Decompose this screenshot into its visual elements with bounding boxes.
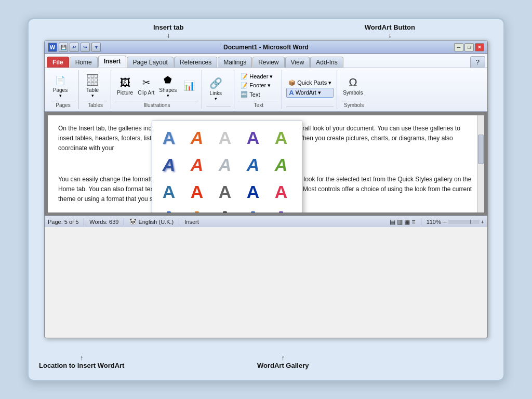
wordart-item-11[interactable]: A	[156, 179, 181, 204]
picture-icon: 🖼	[118, 75, 132, 90]
wordart-item-14[interactable]: A	[241, 179, 265, 204]
wordart-buttons: 📦 Quick Parts ▾ A WordArt ▾	[286, 71, 334, 105]
title-bar: W 💾 ↩ ↪ ▾ Document1 - Microsoft Word ─ □…	[45, 41, 487, 54]
tables-buttons: Table ▾	[83, 71, 108, 100]
symbols-button[interactable]: Ω Symbols	[341, 74, 364, 97]
pages-icon: 📄	[53, 73, 68, 87]
wordart-item-5[interactable]: A	[269, 125, 294, 150]
text-button[interactable]: 🔤 Text	[238, 90, 275, 98]
table-icon	[85, 73, 100, 87]
tables-label: Tables	[83, 101, 108, 108]
wordart-group-label	[286, 107, 334, 108]
wordart-button[interactable]: A WordArt ▾	[286, 88, 334, 98]
wordart-item-15[interactable]: A	[269, 179, 294, 204]
page-status: Page: 5 of 5	[48, 219, 78, 225]
wordart-dropdown: A A A A A	[152, 121, 302, 212]
shapes-button[interactable]: ⬟ Shapes ▾	[157, 71, 178, 100]
clip-art-icon: ✂	[139, 75, 153, 90]
symbols-buttons: Ω Symbols	[341, 71, 366, 100]
scrollbar-thumb[interactable]	[478, 135, 484, 164]
links-label	[206, 107, 231, 108]
tab-review[interactable]: Review	[252, 57, 284, 68]
wordart-item-3[interactable]: A	[212, 125, 237, 150]
wordart-item-6[interactable]: A	[156, 152, 181, 177]
ribbon-group-symbols: Ω Symbols Symbols	[338, 70, 369, 109]
text-label: Text	[238, 101, 278, 108]
tab-mailings[interactable]: Mailings	[218, 57, 252, 68]
wordart-item-12[interactable]: A	[184, 179, 209, 204]
window-controls: ─ □ ✕	[454, 43, 484, 51]
wordart-item-20[interactable]: A	[269, 206, 294, 212]
wordart-item-17[interactable]: A	[184, 206, 209, 212]
tab-help[interactable]: ?	[470, 56, 485, 68]
picture-button[interactable]: 🖼 Picture	[115, 74, 135, 97]
tab-file[interactable]: File	[47, 57, 69, 68]
pages-buttons: 📄 Pages ▾	[51, 71, 75, 100]
status-bar: Page: 5 of 5 Words: 639 🐼 English (U.K.)…	[45, 216, 487, 227]
illustrations-buttons: 🖼 Picture ✂ Clip Art ⬟ Shapes ▾	[115, 71, 198, 100]
symbols-label: Symbols	[341, 101, 366, 108]
wordart-item-13[interactable]: A	[212, 179, 237, 204]
word-window: W 💾 ↩ ↪ ▾ Document1 - Microsoft Word ─ □…	[44, 40, 488, 338]
zoom-slider[interactable]	[448, 220, 480, 224]
quick-parts-button[interactable]: 📦 Quick Parts ▾	[286, 79, 334, 87]
save-icon[interactable]: 💾	[59, 43, 68, 52]
wordart-item-16[interactable]: A	[156, 206, 181, 212]
ribbon-content: 📄 Pages ▾ Pages	[45, 68, 487, 111]
ribbon-group-text: 📝 Header ▾ 📝 Footer ▾ 🔤 Text Text	[235, 70, 282, 109]
smartart-button[interactable]: 📊	[180, 77, 198, 95]
wordart-item-9[interactable]: A	[241, 152, 265, 177]
quick-wordart-group: 📦 Quick Parts ▾ A WordArt ▾	[286, 79, 334, 98]
wordart-item-7[interactable]: A	[184, 152, 209, 177]
language-status: 🐼 English (U.K.)	[129, 218, 174, 225]
text-buttons: 📝 Header ▾ 📝 Footer ▾ 🔤 Text	[238, 71, 278, 100]
ribbon-group-illustrations: 🖼 Picture ✂ Clip Art ⬟ Shapes ▾	[112, 70, 202, 109]
wordart-item-19[interactable]: A	[241, 206, 265, 212]
close-button[interactable]: ✕	[475, 43, 484, 51]
ribbon-group-tables: Table ▾ Tables	[80, 70, 111, 109]
redo-icon[interactable]: ↪	[81, 43, 90, 52]
table-button[interactable]: Table ▾	[83, 71, 102, 100]
tab-add-ins[interactable]: Add-Ins	[310, 57, 343, 68]
word-icon: W	[48, 43, 57, 52]
location-annotation: ↑Location to insert WordArt	[39, 354, 124, 369]
wordart-grid: A A A A A	[156, 125, 298, 212]
undo-icon[interactable]: ↩	[70, 43, 79, 52]
header-button[interactable]: 📝 Header ▾	[238, 73, 275, 81]
shapes-icon: ⬟	[161, 73, 175, 87]
document-area: On the Insert tab, the galleries include…	[45, 112, 487, 216]
tab-row: File Home Insert Page Layout References …	[45, 54, 487, 68]
links-icon: 🔗	[208, 76, 223, 90]
wordart-item-10[interactable]: A	[269, 152, 294, 177]
wordart-button-annotation: WordArt Button ↓	[365, 23, 415, 39]
links-button[interactable]: 🔗 Links ▾	[206, 74, 225, 103]
wordart-item-8[interactable]: A	[212, 152, 237, 177]
maximize-button[interactable]: □	[464, 43, 474, 51]
ribbon: File Home Insert Page Layout References …	[45, 54, 487, 112]
vertical-scrollbar[interactable]	[477, 115, 484, 212]
view-buttons: ▤ ▥ ▦ ≡	[390, 218, 416, 225]
title-bar-icons: W 💾 ↩ ↪ ▾	[48, 43, 101, 52]
insert-tab-annotation: Insert tab ↓	[153, 23, 184, 39]
wordart-item-2[interactable]: A	[184, 125, 209, 150]
footer-button[interactable]: 📝 Footer ▾	[238, 82, 275, 89]
tab-view[interactable]: View	[285, 57, 310, 68]
wordart-item-4[interactable]: A	[241, 125, 265, 150]
smartart-icon: 📊	[182, 78, 196, 93]
document-page[interactable]: On the Insert tab, the galleries include…	[48, 115, 484, 212]
minimize-button[interactable]: ─	[454, 43, 463, 51]
tab-page-layout[interactable]: Page Layout	[127, 57, 173, 68]
wordart-item-1[interactable]: A	[156, 125, 181, 150]
wordart-item-18[interactable]: A	[212, 206, 237, 212]
ribbon-group-wordart: 📦 Quick Parts ▾ A WordArt ▾	[283, 70, 337, 109]
tab-insert[interactable]: Insert	[98, 56, 127, 68]
pages-button[interactable]: 📄 Pages ▾	[51, 71, 70, 100]
tab-home[interactable]: Home	[70, 57, 98, 68]
ribbon-group-pages: 📄 Pages ▾ Pages	[48, 70, 79, 109]
clip-art-button[interactable]: ✂ Clip Art	[136, 74, 156, 97]
links-buttons: 🔗 Links ▾	[206, 71, 231, 105]
dropdown-icon[interactable]: ▾	[91, 43, 101, 52]
mode-status: Insert	[184, 219, 199, 225]
zoom-status: 110% ─ +	[427, 219, 484, 225]
tab-references[interactable]: References	[174, 57, 217, 68]
